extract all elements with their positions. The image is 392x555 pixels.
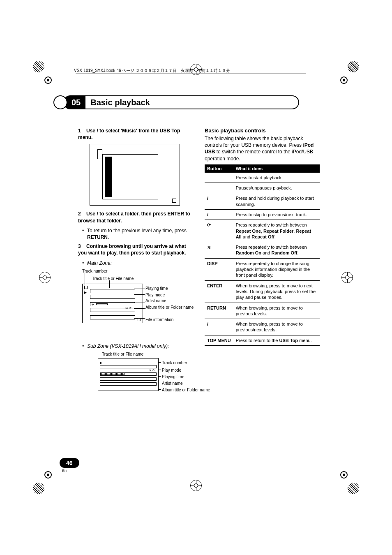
step-3-text: Continue browsing until you arrive at wh… [78,243,186,256]
sub-zone-label: Sub Zone (VSX-1019AH model only): [78,343,193,349]
row-desc: Press repeatedly to switch between Rando… [233,242,320,259]
usb-top-diagram [90,144,180,206]
pause-button-icon [205,183,233,193]
crop-ring-tr [340,76,348,84]
page-lang: En [62,469,79,473]
step-2-bullet: To return to the previous level any time… [78,227,193,240]
crop-ring-tl [44,76,52,84]
print-header: VSX-1019_SYXJ.book 46 ページ ２００９年２月１７日 火曜日… [74,68,230,74]
random-button-icon: ⤨ [205,242,233,259]
main-zone-diagram: Track number Track title or File name ▶ … [80,269,193,343]
sub-zone-play-mode-label: Play mode [162,368,181,372]
main-zone-playing-time-label: Playing time [145,286,168,291]
sub-zone-track-number-label: Track number [162,361,187,365]
main-zone-label: Main Zone: [78,260,193,266]
play-button-icon [205,173,233,183]
step-1-number: 1 [78,128,81,134]
table-row: /Press and hold during playback to start… [205,193,320,210]
row-desc: When browsing, press to move to next lev… [233,280,320,303]
main-zone-album-label: Album title or Folder name [145,305,191,310]
step-2-bullet-end: . [108,234,109,240]
crop-corner-bl [33,483,44,494]
step-3: 3 Continue browsing until you arrive at … [78,243,193,256]
controls-table: Button What it does Press to start playb… [205,164,320,346]
time-bar: ▭ ⟳ [90,295,135,299]
diagram-corner-br-icon [172,199,176,203]
left-right-button-icon: / [205,319,233,335]
ipod-icon [97,149,102,159]
track-title-bar [90,289,135,293]
chapter-ring-icon [53,95,67,109]
table-header-row: Button What it does [205,164,320,173]
page: VSX-1019_SYXJ.book 46 ページ ２００９年２月１７日 火曜日… [0,0,392,555]
skip-button-icon: / [205,209,233,220]
table-row: ENTERWhen browsing, press to move to nex… [205,280,320,303]
leader-line [159,376,161,377]
th-button: Button [205,164,233,173]
step-1-pre: Use [86,128,97,134]
table-row: ⟳Press repeatedly to switch between Repe… [205,220,320,242]
table-row: /When browsing, press to move to previou… [205,319,320,335]
repeat-button-icon: ⟳ [205,220,233,242]
return-button: RETURN [205,303,233,319]
leader-line [134,289,145,289]
print-header-text: VSX-1019_SYXJ.book 46 ページ ２００９年２月１７日 火曜日… [74,68,230,73]
row-desc: Press to return to the USB Top menu. [233,335,320,345]
main-zone-play-mode-label: Play mode [145,293,165,297]
leader-line [159,370,161,370]
top-menu-button: TOP MENU [205,335,233,345]
scan-button-icon: / [205,193,233,210]
sz-row [100,382,157,386]
crop-corner-tr [348,61,359,72]
step-2: 2 Use / to select a folder, then press E… [78,210,193,224]
speaker-icon: 🕩 [91,303,94,306]
table-row: ⤨Press repeatedly to switch between Rand… [205,242,320,259]
main-zone-track-number-label: Track number [82,269,107,273]
mode-icons: ✕ ⟳ [149,369,155,372]
main-zone-file-info-label: File information [145,317,173,322]
section-header: 05 Basic playback [53,95,299,109]
controls-heading: Basic playback controls [205,127,320,134]
file-info-bar [90,315,135,319]
play-icon: ▶ [84,291,87,294]
leader-line [159,362,161,363]
sub-zone-playing-time-label: Playing time [162,375,184,379]
step-3-number: 3 [78,243,81,249]
row-desc: Press repeatedly to switch between Repea… [233,220,320,242]
right-column: Basic playback controls The following ta… [205,127,320,424]
crop-corner-br [348,483,359,494]
table-row: Pauses/unpauses playback. [205,183,320,193]
sub-zone-track-title-label: Track title or File name [102,352,193,356]
row-desc: Press and hold during playback to start … [233,193,320,210]
play-icon: ▶ [100,361,102,365]
row-desc: Pauses/unpauses playback. [233,183,320,193]
main-zone-artist-label: Artist name [145,298,166,303]
step-2-bullet-text: To return to the previous level any time… [87,228,187,234]
crop-corner-tl [33,61,44,72]
left-column: 1 Use / to select 'Music' from the USB T… [78,127,193,424]
diagram-corner-tl-icon [105,157,108,161]
sz-row [100,365,157,368]
progress-bar [96,303,108,305]
table-row: DISPPress repeatedly to change the song … [205,258,320,280]
crop-ring-bl [44,471,52,479]
registration-left [39,272,51,283]
main-zone-track-title-label: Track title or File name [92,276,134,281]
return-label: RETURN [87,234,108,240]
disp-button: DISP [205,258,233,280]
album-bar [90,308,135,312]
sub-zone-diagram: ▶ ✕ ⟳ Track number Play mode Playing tim… [78,358,193,424]
page-number-value: 46 [60,458,79,468]
sub-zone-album-label: Album title or Folder name [162,388,207,392]
controls-desc-3: to switch the remote control to the iPod… [205,149,313,161]
row-desc: Press to skip to previous/next track. [233,209,320,220]
crop-ring-br [340,471,348,479]
leader-line [159,389,161,390]
leader-line [134,318,145,319]
th-desc: What it does [233,164,320,173]
row-desc: When browsing, press to move to previous… [233,319,320,335]
row-desc: When browsing, press to move to previous… [233,303,320,319]
chapter-number: 05 [71,98,81,107]
sz-progress [100,372,125,375]
registration-bottom [190,480,202,491]
